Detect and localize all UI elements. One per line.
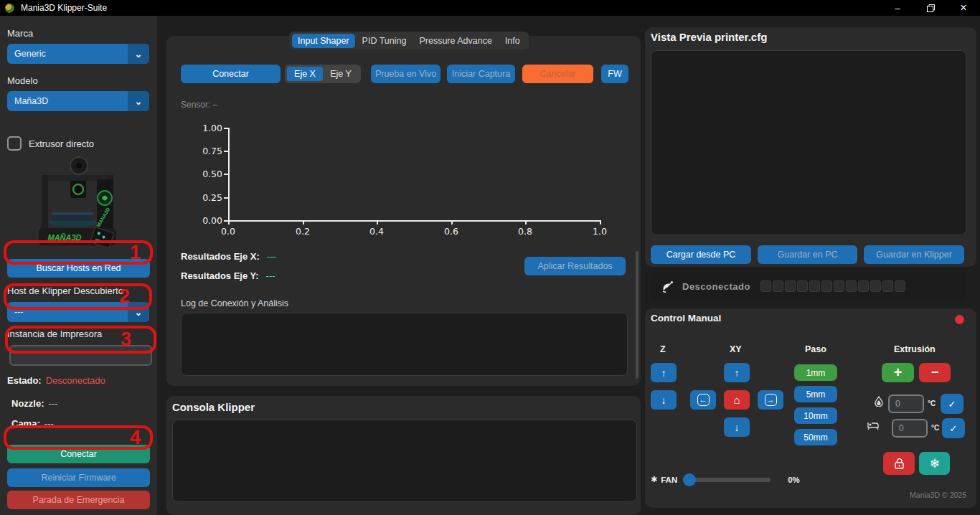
home-icon: ⌂ — [733, 394, 740, 406]
arrow-down-icon: ↓ — [661, 394, 666, 406]
resultados-y-value: --- — [266, 270, 275, 281]
cargar-desde-pc-button[interactable]: Cargar desde PC — [651, 245, 751, 264]
estado-label: Estado: — [7, 375, 42, 386]
aplicar-resultados-button[interactable]: Aplicar Resultados — [524, 257, 626, 275]
tab-pressure-advance[interactable]: Pressure Advance — [413, 34, 497, 48]
check-icon: ✓ — [948, 399, 956, 410]
fan-slider-knob[interactable] — [683, 473, 696, 486]
paso-column-label: Paso — [805, 344, 826, 354]
bed-temp-icon — [867, 422, 879, 430]
estado-value: Desconectado — [46, 375, 105, 386]
xy-right-button[interactable]: → — [758, 390, 783, 410]
unlock-motors-button[interactable] — [883, 452, 915, 475]
extrusor-directo-checkbox[interactable] — [7, 136, 22, 151]
modelo-value: Maña3D — [7, 96, 128, 106]
title-bar: Mania3D Klipper-Suite – × — [0, 0, 980, 16]
set-nozzle-temp-button[interactable]: ✓ — [941, 394, 963, 414]
fan-label: FAN — [661, 476, 677, 484]
cama-label: Cama: — [11, 418, 40, 429]
guardar-en-pc-button[interactable]: Guardar en PC — [758, 245, 857, 264]
log-textbox[interactable] — [181, 313, 628, 376]
arrow-left-icon: ← — [697, 394, 710, 406]
tab-input-shaper[interactable]: Input Shaper — [292, 34, 355, 48]
modelo-label: Modelo — [7, 75, 38, 86]
buscar-hosts-button[interactable]: Buscar Hosts en Red — [7, 259, 150, 278]
app-logo-icon — [5, 4, 14, 13]
conectar-sidebar-button[interactable]: Conectar — [7, 445, 150, 463]
extrusor-directo-label: Extrusor directo — [29, 138, 94, 149]
window-title: Mania3D Klipper-Suite — [21, 3, 107, 13]
chevron-down-icon: ⌄ — [128, 44, 149, 64]
parada-emergencia-button[interactable]: Parada de Emergencia — [7, 491, 150, 509]
panel-scrollbar[interactable] — [636, 251, 639, 379]
cooldown-button[interactable]: ❄ — [919, 452, 950, 475]
xy-column-label: XY — [730, 344, 742, 354]
prueba-en-vivo-button[interactable]: Prueba en Vivo — [371, 65, 440, 83]
close-button[interactable]: × — [947, 0, 980, 16]
marca-dropdown[interactable]: Generic ⌄ — [7, 44, 149, 64]
printer-cfg-textbox[interactable] — [651, 50, 966, 235]
tab-info[interactable]: Info — [499, 34, 526, 48]
host-descubierto-label: Host de Klipper Descubierto — [7, 285, 123, 296]
eje-x-option[interactable]: Eje X — [287, 67, 323, 81]
minus-icon: − — [931, 365, 939, 380]
extrude-plus-button[interactable]: + — [882, 363, 914, 382]
arrow-down-icon: ↓ — [735, 422, 740, 433]
marca-value: Generic — [7, 49, 128, 59]
restore-button[interactable] — [914, 0, 947, 16]
eje-y-option[interactable]: Eje Y — [323, 67, 359, 81]
reiniciar-firmware-button[interactable]: Reiniciar Firmware — [7, 468, 150, 487]
modelo-dropdown[interactable]: Maña3D ⌄ — [7, 91, 149, 111]
resultados-x-value: --- — [267, 251, 276, 262]
copyright-text: Mania3D © 2025 — [910, 491, 966, 499]
x-tick: 0.2 — [288, 226, 317, 237]
host-dropdown[interactable]: --- ⌄ — [7, 302, 149, 322]
connection-status-bar: Desconectado — [651, 273, 966, 300]
paso-50mm-button[interactable]: 50mm — [794, 429, 837, 445]
arrow-right-icon: → — [765, 394, 777, 406]
restore-icon — [927, 4, 935, 12]
satellite-dish-icon — [661, 279, 675, 293]
paso-10mm-button[interactable]: 10mm — [794, 407, 837, 424]
snowflake-icon: ❄ — [929, 456, 939, 471]
svg-text:MAÑA3D: MAÑA3D — [47, 233, 81, 242]
set-bed-temp-button[interactable]: ✓ — [942, 418, 965, 438]
fw-button[interactable]: FW — [601, 65, 628, 83]
fan-control-row: ✱ FAN 0% — [651, 475, 800, 484]
tab-bar: Input Shaper PID Tuning Pressure Advance… — [289, 32, 529, 49]
extrude-minus-button[interactable]: − — [919, 363, 951, 382]
paso-1mm-button[interactable]: 1mm — [794, 364, 837, 381]
minimize-button[interactable]: – — [881, 0, 914, 16]
xy-down-button[interactable]: ↓ — [724, 417, 750, 437]
eje-segmented-control: Eje X Eje Y — [285, 65, 361, 83]
nozzle-label: Nozzle: — [11, 398, 44, 409]
bed-temp-input[interactable] — [892, 419, 928, 438]
consola-textbox[interactable] — [172, 420, 637, 502]
sidebar: Marca Generic ⌄ Modelo Maña3D ⌄ Extrusor… — [0, 16, 157, 515]
z-down-button[interactable]: ↓ — [651, 390, 677, 410]
xy-left-button[interactable]: ← — [690, 390, 716, 410]
iniciar-captura-button[interactable]: Iniciar Captura — [447, 65, 515, 83]
control-manual-title: Control Manual — [651, 313, 721, 323]
plus-icon: + — [894, 364, 903, 381]
conectar-main-button[interactable]: Conectar — [181, 65, 281, 83]
arrow-up-icon: ↑ — [661, 367, 666, 379]
fan-value: 0% — [788, 476, 800, 484]
y-tick: 0.25 — [194, 192, 222, 203]
xy-up-button[interactable]: ↑ — [724, 363, 750, 382]
tab-pid-tuning[interactable]: PID Tuning — [357, 34, 413, 48]
resultados-x-label: Resultados Eje X: — [181, 251, 260, 262]
home-button[interactable]: ⌂ — [724, 390, 750, 410]
instancia-input[interactable] — [9, 345, 152, 366]
preview-panel: Vista Previa printer.cfg Cargar desde PC… — [645, 27, 976, 267]
cancelar-button[interactable]: Cancelar — [522, 65, 593, 83]
unlock-icon — [894, 458, 905, 469]
z-up-button[interactable]: ↑ — [651, 363, 677, 382]
fan-slider[interactable] — [684, 478, 771, 482]
paso-5mm-button[interactable]: 5mm — [794, 386, 837, 402]
nozzle-temp-input[interactable] — [888, 394, 924, 413]
x-tick: 0.0 — [214, 226, 242, 237]
x-tick: 0.8 — [511, 226, 540, 237]
guardar-en-klipper-button[interactable]: Guardar en Klipper — [864, 245, 964, 264]
y-tick: 1.00 — [194, 123, 222, 133]
